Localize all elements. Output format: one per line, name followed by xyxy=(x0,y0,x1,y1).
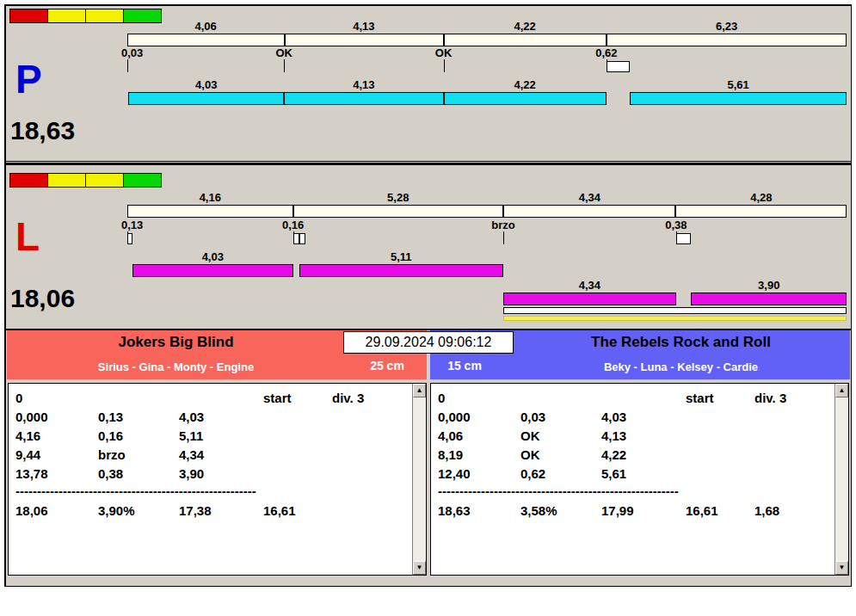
table-header-row: 0startdiv. 3 xyxy=(15,389,411,408)
table-cell: start xyxy=(686,389,754,408)
lane-panel-p: P 18,63 4,064,134,226,23 0,03OKOK0,62 4,… xyxy=(6,6,851,161)
lane-panel-l: L 18,06 4,165,284,344,28 0,130,16brzo0,3… xyxy=(6,165,851,330)
segment-time-label: 4,03 xyxy=(202,250,224,263)
segment-time-label: 4,03 xyxy=(195,78,217,91)
table-cell xyxy=(520,389,601,408)
table-cell xyxy=(98,389,179,408)
team-members-right: Beky - Luna - Kelsey - Cardie xyxy=(512,360,850,373)
gap-indicator-box xyxy=(293,233,299,244)
scroll-up-button[interactable]: ▲ xyxy=(835,384,848,397)
table-row: 4,160,165,11 xyxy=(15,427,411,446)
segment-time-label: 4,22 xyxy=(514,20,536,33)
table-totals-row: 18,633,58%17,9916,611,68 xyxy=(438,502,834,521)
tick-mark xyxy=(127,59,128,72)
table-cell: 4,13 xyxy=(601,427,686,446)
table-cell: 0 xyxy=(15,389,98,408)
table-cell: 1,68 xyxy=(754,502,834,521)
segment-time-label: 4,06 xyxy=(194,20,216,33)
run-labels-row: 4,034,134,225,61 xyxy=(127,78,847,92)
table-cell xyxy=(332,502,411,521)
scroll-up-button[interactable]: ▲ xyxy=(413,384,426,397)
table-cell: 17,99 xyxy=(601,502,686,521)
table-row: 13,780,383,90 xyxy=(15,465,411,484)
table-cell xyxy=(332,427,411,446)
table-cell xyxy=(263,465,332,484)
table-cell xyxy=(754,465,834,484)
timing-bar-row xyxy=(127,293,847,305)
table-row: 12,400,625,61 xyxy=(438,465,834,484)
table-cell: start xyxy=(263,389,332,408)
table-cell: 16,61 xyxy=(686,502,754,521)
table-cell xyxy=(686,427,754,446)
table-cell: div. 3 xyxy=(754,389,834,408)
table-cell: div. 3 xyxy=(332,389,411,408)
table-cell xyxy=(686,408,754,427)
tick-label: 0,03 xyxy=(121,46,143,59)
table-cell: 18,06 xyxy=(15,502,98,521)
table-cell: 4,34 xyxy=(179,446,263,465)
segment-divider xyxy=(293,205,294,218)
table-header-row: 0startdiv. 3 xyxy=(438,389,834,408)
flag-block xyxy=(9,9,48,23)
team-header-strip: Jokers Big Blind Sirius - Gina - Monty -… xyxy=(6,330,851,379)
overall-split-bar xyxy=(127,34,847,46)
tick-mark xyxy=(284,59,285,72)
table-row: 8,19OK4,22 xyxy=(438,446,834,465)
table-cell xyxy=(686,446,754,465)
segment-time-label: 4,28 xyxy=(750,191,772,204)
timing-bar-area: 4,165,284,344,28 0,130,16brzo0,38 4,035,… xyxy=(127,165,847,329)
vertical-scrollbar[interactable]: ▲ ▼ xyxy=(412,384,426,575)
segment-divider xyxy=(674,205,676,218)
segment-divider xyxy=(502,205,504,218)
segment-time-label: 5,11 xyxy=(391,250,412,263)
table-cell: 0,16 xyxy=(98,427,179,446)
table-divider-row: ----------------------------------------… xyxy=(15,484,411,499)
scroll-down-button[interactable]: ▼ xyxy=(413,561,426,575)
table-cell: 13,78 xyxy=(15,465,98,484)
table-row: 0,0000,034,03 xyxy=(438,408,834,427)
gap-indicator-box xyxy=(127,233,132,244)
table-cell: 5,11 xyxy=(179,427,263,446)
table-cell xyxy=(263,446,332,465)
bar-segment xyxy=(444,92,607,105)
gap-indicator-box xyxy=(676,233,691,244)
table-row: 9,44brzo4,34 xyxy=(15,446,411,465)
lane-letter: L xyxy=(15,217,40,256)
flag-block xyxy=(9,173,48,188)
results-table-left: 0startdiv. 30,0000,134,034,160,165,119,4… xyxy=(8,383,427,576)
bar-segment xyxy=(503,316,847,321)
bar-segment xyxy=(503,293,676,305)
flag-block xyxy=(47,9,86,23)
datetime-display: 29.09.2024 09:06:12 xyxy=(343,331,514,354)
segment-time-label: 6,23 xyxy=(716,20,737,33)
lane-letter: P xyxy=(15,59,42,99)
vertical-scrollbar[interactable]: ▲ ▼ xyxy=(834,384,848,575)
timing-bar-area: 4,064,134,226,23 0,03OKOK0,62 4,034,134,… xyxy=(127,6,847,161)
split-labels-row: 4,165,284,344,28 xyxy=(127,191,847,204)
table-divider-line: ----------------------------------------… xyxy=(15,484,263,499)
bar-segment xyxy=(284,92,443,105)
tick-label: OK xyxy=(435,46,453,59)
bar-segment xyxy=(691,293,847,305)
table-cell: 3,90% xyxy=(98,502,179,521)
table-cell: 3,90 xyxy=(179,465,263,484)
segment-divider xyxy=(606,34,607,46)
tick-label: OK xyxy=(275,46,293,59)
table-row: 0,0000,134,03 xyxy=(15,408,411,427)
segment-time-label: 4,34 xyxy=(579,279,600,292)
split-labels-row: 4,064,134,226,23 xyxy=(127,20,847,33)
scroll-down-button[interactable]: ▼ xyxy=(835,561,848,575)
bar-segment xyxy=(299,264,503,277)
timing-bar-row xyxy=(127,307,847,314)
table-cell xyxy=(754,446,834,465)
table-cell: 4,16 xyxy=(15,427,98,446)
table-cell xyxy=(686,465,754,484)
segment-time-label: 4,22 xyxy=(514,78,536,91)
scroll-up-icon: ▲ xyxy=(839,387,846,394)
table-cell: 4,03 xyxy=(601,408,686,427)
bar-segment xyxy=(630,92,847,105)
table-cell: 0,03 xyxy=(520,408,601,427)
bar-segment xyxy=(132,264,293,277)
table-totals-row: 18,063,90%17,3816,61 xyxy=(15,502,411,521)
run-labels-row: 4,343,90 xyxy=(127,279,847,293)
